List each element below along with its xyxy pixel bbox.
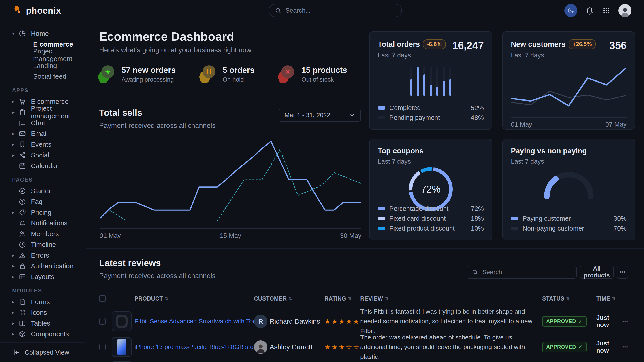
column-header-status[interactable]: STATUS⇅ — [542, 295, 596, 302]
sidebar-item-tables[interactable]: ▸ Tables — [0, 318, 85, 329]
reviews-more-button[interactable]: ⋯ — [617, 266, 628, 279]
legend-value: 70% — [614, 225, 626, 232]
table-row: Fitbit Sense Advanced Smartwatch with To… — [99, 307, 635, 333]
sidebar-item-errors[interactable]: ▸ Errors — [0, 250, 85, 261]
row-menu-icon[interactable]: ⋯ — [622, 344, 631, 351]
apps-menu-button[interactable] — [602, 6, 611, 15]
legend-label: Percentage discount — [389, 205, 471, 212]
reviews-subtitle: Payment received across all channels — [99, 272, 216, 280]
axis-label: 01 May — [100, 232, 121, 240]
review-text: This Fitbit is fantastic! I was trying t… — [360, 307, 542, 336]
sidebar-item-calendar[interactable]: ▸ Calendar — [0, 161, 85, 171]
star-rating: ★★★★★ — [324, 317, 360, 326]
sidebar-item-starter[interactable]: ▸ Starter — [0, 186, 85, 196]
card-title: New customers — [511, 40, 566, 48]
check-icon: ✓ — [578, 318, 583, 325]
sidebar-item-faq[interactable]: ▸ Faq — [0, 196, 85, 207]
bell-icon — [18, 219, 26, 227]
legend-value: 10% — [471, 225, 484, 232]
reviews-search-input[interactable] — [482, 268, 571, 276]
total-orders-card: Total orders-6.8% Last 7 days 16,247 Com… — [369, 31, 492, 130]
notifications-button[interactable] — [585, 6, 594, 15]
sidebar-item-home[interactable]: ▾ Home — [0, 28, 85, 39]
product-link[interactable]: Fitbit Sense Advanced Smartwatch with To… — [134, 318, 254, 325]
column-header-product[interactable]: PRODUCT⇅ — [134, 295, 254, 302]
sidebar-item-social-feed[interactable]: Social feed — [0, 71, 85, 82]
sidebar-item-social[interactable]: ▸ Social — [0, 150, 85, 161]
lock-icon — [18, 262, 26, 270]
sort-icon: ⇅ — [612, 296, 616, 301]
reviews-search[interactable] — [466, 266, 577, 279]
sidebar-item-forms[interactable]: ▸ Forms — [0, 297, 85, 307]
sidebar-section-label: APPS — [12, 87, 85, 93]
collapse-sidebar-button[interactable]: Collapsed View — [0, 342, 85, 362]
status-label: APPROVED — [546, 318, 576, 325]
sidebar-item-label: Calendar — [31, 162, 58, 170]
product-link[interactable]: iPhone 13 pro max-Pacific Blue-128GB sto… — [134, 344, 254, 351]
chevron-down-icon — [349, 112, 355, 118]
sidebar-item-events[interactable]: ▸ Events — [0, 139, 85, 150]
sidebar-item-pricing[interactable]: ▸ Pricing — [0, 207, 85, 218]
paying-legend: Paying customer 30% Non-paying customer … — [511, 214, 626, 233]
axis-label: 07 May — [605, 121, 626, 128]
compass-icon — [18, 187, 26, 195]
theme-toggle-button[interactable] — [564, 4, 577, 17]
sort-icon: ⇅ — [165, 296, 168, 301]
sidebar-item-layouts[interactable]: ▸ Layouts — [0, 272, 85, 282]
moon-icon — [567, 7, 574, 14]
sidebar-item-label: Social — [31, 151, 49, 159]
product-thumbnail[interactable] — [112, 361, 132, 362]
sidebar-item-email[interactable]: ▸ Email — [0, 128, 85, 139]
main-content: Ecommerce Dashboard Here's what's going … — [86, 21, 644, 362]
sidebar-item-label: Faq — [31, 198, 42, 206]
product-thumbnail[interactable] — [112, 312, 132, 331]
legend-row: Completed 52% — [378, 103, 484, 113]
column-header-rating[interactable]: RATING⇅ — [324, 295, 360, 302]
new-customers-chart — [511, 63, 626, 114]
stat-hold: 5 ordersOn hold — [200, 65, 254, 83]
column-header-time[interactable]: TIME⇅ — [596, 295, 622, 302]
sidebar-item-members[interactable]: ▸ Members — [0, 229, 85, 239]
date-range-select[interactable]: Mar 1 - 31, 2022 — [278, 109, 361, 122]
review-time: Just now — [596, 314, 622, 329]
row-menu-icon[interactable]: ⋯ — [622, 318, 631, 325]
column-header-review[interactable]: REVIEW⇅ — [360, 295, 542, 302]
select-all-checkbox[interactable] — [99, 295, 106, 302]
legend-swatch — [511, 217, 518, 220]
tag-icon — [18, 208, 26, 216]
sidebar-item-timeline[interactable]: ▸ Timeline — [0, 239, 85, 250]
total-sells-chart — [100, 132, 362, 230]
phoenix-logo[interactable]: phoenix — [12, 5, 61, 16]
clipboard-icon — [18, 108, 26, 116]
sidebar-item-project-management[interactable]: ▸ Project management — [0, 107, 85, 118]
layout-icon — [18, 273, 26, 281]
sidebar-item-components[interactable]: ▸ Components — [0, 329, 85, 340]
sort-icon: ⇅ — [566, 296, 570, 301]
top-coupons-card: Top coupons Last 7 days 72% Percentage d… — [369, 139, 492, 240]
sidebar-item-authentication[interactable]: ▸ Authentication — [0, 261, 85, 272]
global-search[interactable] — [268, 4, 402, 17]
legend-row: Fixed card discount 18% — [378, 214, 484, 223]
product-thumbnail[interactable] — [112, 337, 132, 357]
legend-label: Completed — [389, 104, 471, 112]
users-icon — [18, 230, 26, 238]
column-header-customer[interactable]: CUSTOMER⇅ — [254, 295, 324, 302]
topbar: phoenix — [0, 0, 644, 21]
all-products-button[interactable]: All products — [580, 266, 614, 279]
sidebar-item-label: Components — [31, 330, 69, 338]
global-search-input[interactable] — [285, 7, 396, 14]
order-bar — [423, 67, 426, 96]
sidebar-item-project-management[interactable]: Project management — [0, 50, 85, 60]
total-sells-title: Total sells — [99, 108, 142, 118]
stat-sublabel: Awating processing — [122, 76, 176, 83]
legend-swatch — [378, 116, 385, 119]
user-avatar[interactable] — [618, 4, 632, 17]
stat-icon: ★ — [99, 65, 116, 83]
legend-row: Paying customer 30% — [511, 214, 626, 223]
order-bar — [410, 67, 412, 96]
sort-icon: ⇅ — [289, 296, 292, 301]
sidebar-item-icons[interactable]: ▸ Icons — [0, 307, 85, 318]
row-checkbox[interactable] — [99, 318, 106, 325]
sidebar-item-notifications[interactable]: ▸ Notifications — [0, 218, 85, 229]
row-checkbox[interactable] — [99, 344, 106, 350]
